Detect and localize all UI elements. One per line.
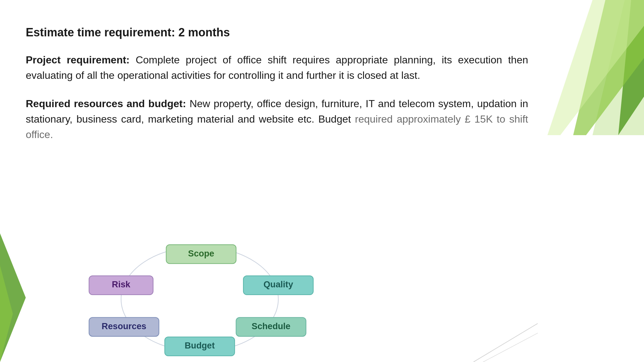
svg-marker-5: [0, 265, 13, 362]
project-diagram: Scope Quality Schedule Budget Resources …: [64, 237, 338, 359]
svg-marker-0: [593, 0, 644, 135]
svg-marker-4: [0, 233, 26, 362]
svg-text:Scope: Scope: [188, 248, 214, 258]
project-requirement-paragraph: Project requirement: Complete project of…: [26, 52, 528, 83]
svg-text:Quality: Quality: [264, 279, 293, 289]
svg-marker-1: [618, 0, 644, 135]
node-risk: Risk: [89, 276, 153, 295]
node-budget: Budget: [165, 337, 235, 356]
corner-decoration-top-right: [541, 0, 644, 135]
svg-text:Budget: Budget: [185, 340, 215, 350]
svg-text:Resources: Resources: [102, 321, 146, 331]
svg-marker-3: [547, 0, 644, 135]
node-schedule: Schedule: [236, 318, 306, 337]
svg-line-19: [473, 323, 538, 362]
estimate-heading: Estimate time requirement: 2 months: [26, 26, 528, 39]
svg-line-20: [483, 333, 538, 362]
node-resources: Resources: [89, 318, 159, 337]
corner-decoration-bottom-left: [0, 201, 26, 362]
node-quality: Quality: [243, 276, 313, 295]
svg-text:Schedule: Schedule: [252, 321, 291, 331]
svg-text:Risk: Risk: [112, 279, 131, 289]
project-requirement-label: Project requirement:: [26, 54, 130, 66]
svg-marker-2: [573, 0, 644, 135]
corner-decoration-bottom-right: [473, 323, 538, 362]
resources-budget-label: Required resources and budget:: [26, 98, 186, 109]
node-scope: Scope: [166, 245, 236, 264]
resources-budget-paragraph: Required resources and budget: New prope…: [26, 96, 528, 142]
